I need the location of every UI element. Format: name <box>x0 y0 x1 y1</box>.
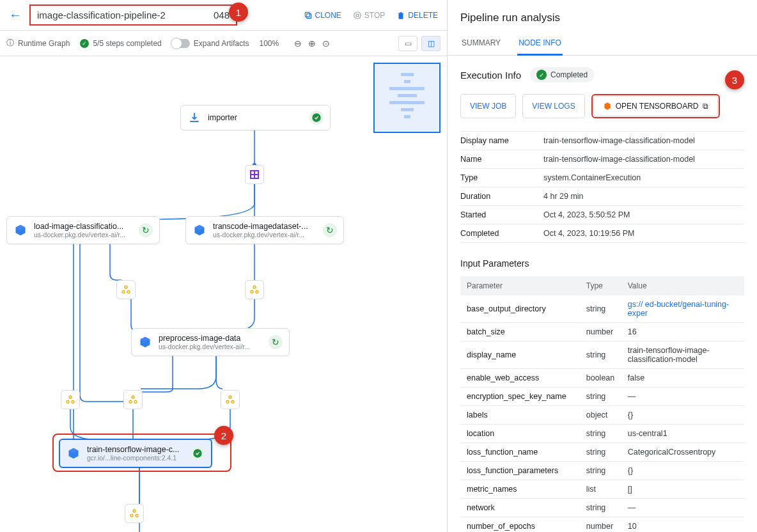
info-key: Type <box>460 173 543 182</box>
view-job-button[interactable]: VIEW JOB <box>460 94 516 118</box>
param-value: [] <box>621 480 744 499</box>
runtime-graph-text: Runtime Graph <box>18 39 70 48</box>
svg-point-22 <box>132 396 134 398</box>
zoom-in-icon[interactable]: ⊕ <box>308 38 316 49</box>
layout-view-split[interactable]: ◫ <box>421 36 441 51</box>
info-row: CompletedOct 4, 2023, 10:19:56 PM <box>460 224 744 243</box>
info-value: train-tensorflow-image-classification-mo… <box>543 136 744 145</box>
info-value: 4 hr 29 min <box>543 192 744 201</box>
callout-badge-3: 3 <box>725 70 744 90</box>
clone-button[interactable]: CLONE <box>301 8 344 22</box>
info-key: Duration <box>460 192 543 201</box>
expand-artifacts-toggle[interactable]: Expand Artifacts <box>172 39 249 48</box>
svg-point-28 <box>193 449 201 457</box>
svg-point-26 <box>226 400 229 403</box>
node-artifact-output[interactable] <box>61 390 80 409</box>
layout-view-list[interactable]: ▭ <box>398 36 418 51</box>
zoom-reset-icon[interactable]: ⊙ <box>322 38 330 49</box>
callout-badge-1: 1 <box>229 3 248 22</box>
status-cached-icon: ↻ <box>269 335 283 349</box>
svg-point-30 <box>130 514 133 517</box>
pipeline-graph-canvas[interactable]: importer load-image-classificatio...us-d… <box>0 56 447 532</box>
node-transcode-imagedataset[interactable]: transcode-imagedataset-...us-docker.pkg.… <box>185 216 344 244</box>
stop-button: STOP <box>350 8 387 22</box>
tab-node-info[interactable]: NODE INFO <box>517 32 563 56</box>
expand-text: Expand Artifacts <box>194 39 249 48</box>
node-artifact-output[interactable] <box>221 390 240 409</box>
steps-completed: ✓ 5/5 steps completed <box>80 39 161 48</box>
svg-point-29 <box>133 510 136 512</box>
node-artifact-output[interactable] <box>123 390 143 409</box>
triangle-artifact-icon <box>249 285 260 295</box>
param-type: boolean <box>580 369 621 387</box>
back-arrow-icon[interactable]: ← <box>6 5 24 25</box>
node-artifact-output[interactable] <box>116 280 136 299</box>
info-row: Display nametrain-tensorflow-image-class… <box>460 131 744 150</box>
col-parameter: Parameter <box>460 276 580 295</box>
tensorboard-icon <box>603 102 612 111</box>
minimap[interactable] <box>373 63 441 133</box>
input-params-table: Parameter Type Value base_output_directo… <box>460 276 744 532</box>
toggle-switch[interactable] <box>172 39 190 48</box>
param-row: metric_nameslist[] <box>460 480 744 499</box>
tab-summary[interactable]: SUMMARY <box>460 32 502 55</box>
panel-tabs: SUMMARY NODE INFO <box>448 32 757 56</box>
node-importer[interactable]: importer <box>180 105 331 130</box>
param-type: number <box>580 323 621 341</box>
svg-point-31 <box>136 514 138 517</box>
info-row: StartedOct 4, 2023, 5:50:52 PM <box>460 206 744 224</box>
param-name: number_of_epochs <box>460 517 580 533</box>
status-complete-icon <box>309 111 324 125</box>
node-artifact-output[interactable] <box>125 504 144 523</box>
trash-icon <box>396 11 405 20</box>
callout-badge-2: 2 <box>214 426 233 445</box>
node-subtitle: us-docker.pkg.dev/vertex-ai/r... <box>34 231 132 239</box>
view-logs-button[interactable]: VIEW LOGS <box>522 94 584 118</box>
analysis-panel: Pipeline run analysis SUMMARY NODE INFO … <box>448 0 757 532</box>
panel-heading: Pipeline run analysis <box>448 0 757 32</box>
info-row: Typesystem.ContainerExecution <box>460 169 744 187</box>
param-value[interactable]: gs:// ed-bucket/genai-tuning-exper <box>621 295 744 323</box>
param-row: loss_function_namestringCategoricalCross… <box>460 443 744 462</box>
node-load-image-classification[interactable]: load-image-classificatio...us-docker.pkg… <box>6 216 160 244</box>
node-train-tensorflow[interactable]: train-tensorflow-image-c...gcr.io/...lin… <box>59 439 212 468</box>
svg-point-27 <box>231 400 234 403</box>
info-value: train-tensorflow-image-classification-mo… <box>543 155 744 164</box>
node-title: preprocess-image-data <box>159 334 262 343</box>
node-preprocess-image-data[interactable]: preprocess-image-dataus-docker.pkg.dev/v… <box>131 328 290 356</box>
node-subtitle: gcr.io/...line-components:2.4.1 <box>87 454 184 462</box>
node-artifact-output[interactable] <box>245 280 264 299</box>
param-name: encryption_spec_key_name <box>460 387 580 406</box>
download-icon <box>187 111 201 125</box>
param-name: metric_names <box>460 480 580 499</box>
info-key: Started <box>460 210 543 219</box>
open-tensorboard-button[interactable]: OPEN TENSORBOARD ⧉ <box>593 96 718 116</box>
param-row: labelsobject{} <box>460 406 744 425</box>
status-cached-icon: ↻ <box>139 223 153 237</box>
pipeline-run-title[interactable]: image-classification-pipeline-2000000000… <box>29 4 237 26</box>
stop-icon <box>353 11 362 20</box>
delete-button[interactable]: DELETE <box>394 8 441 22</box>
param-type: string <box>580 295 621 323</box>
external-link-icon: ⧉ <box>703 102 708 111</box>
param-name: location <box>460 425 580 443</box>
param-type: string <box>580 387 621 406</box>
svg-point-20 <box>66 400 69 403</box>
svg-rect-1 <box>305 12 309 17</box>
param-name: enable_web_access <box>460 369 580 387</box>
execution-info-table: Display nametrain-tensorflow-image-class… <box>460 131 744 243</box>
param-row: base_output_directorystringgs:// ed-buck… <box>460 295 744 323</box>
param-row: display_namestringtrain-tensorflow-image… <box>460 341 744 369</box>
param-row: encryption_spec_key_namestring— <box>460 387 744 406</box>
title-text: image-classification-pipeline-2 <box>37 10 166 20</box>
param-row: enable_web_accessbooleanfalse <box>460 369 744 387</box>
info-key: Completed <box>460 229 543 238</box>
cube-icon <box>66 446 81 460</box>
node-artifact[interactable] <box>245 165 264 184</box>
node-subtitle: us-docker.pkg.dev/vertex-ai/r... <box>213 231 316 239</box>
stop-label: STOP <box>364 11 385 20</box>
zoom-out-icon[interactable]: ⊖ <box>294 38 302 49</box>
clone-label: CLONE <box>315 11 341 20</box>
info-value: Oct 4, 2023, 10:19:56 PM <box>543 229 744 238</box>
col-type: Type <box>580 276 621 295</box>
